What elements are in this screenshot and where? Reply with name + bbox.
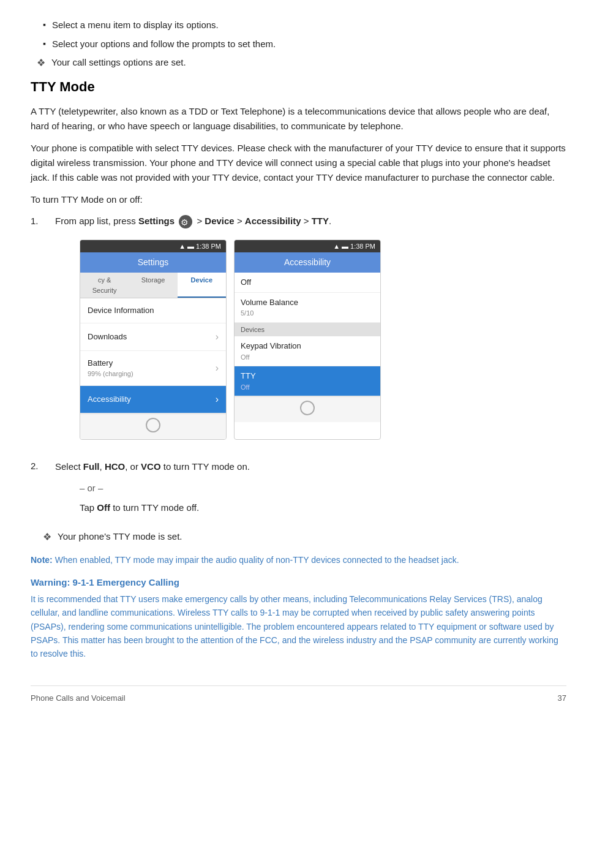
- warning-block: Warning: 9-1-1 Emergency Calling It is r…: [31, 575, 566, 661]
- accessibility-chevron: ›: [216, 392, 219, 407]
- downloads-label: Downloads: [88, 331, 127, 343]
- step-1: 1. From app list, press Settings > Devic…: [31, 214, 566, 451]
- settings-icon: [179, 215, 192, 228]
- keypad-sub: Off: [241, 352, 374, 363]
- left-menu-device-info: Device Information: [80, 298, 226, 323]
- diamond-item-1: ❖ Your call settings options are set.: [31, 56, 566, 70]
- left-home-button[interactable]: [146, 418, 160, 432]
- step-num-1: 1.: [31, 214, 55, 451]
- warning-text: It is recommended that TTY users make em…: [31, 594, 558, 659]
- right-title-bar: Accessibility: [235, 252, 380, 273]
- left-screen-title: Settings: [138, 257, 169, 267]
- step1-tty-bold: TTY: [312, 216, 329, 226]
- tty-para1: A TTY (teletypewriter, also known as a T…: [31, 104, 566, 134]
- tab-cy-security[interactable]: cy & Security: [80, 273, 129, 298]
- left-status-icons: ▲ ▬ 1:38 PM: [179, 241, 221, 252]
- step2-suffix: to turn TTY mode on.: [161, 461, 250, 472]
- page-footer: Phone Calls and Voicemail 37: [31, 685, 566, 704]
- result-diamond-icon: ❖: [43, 530, 51, 545]
- diamond-icon-1: ❖: [37, 56, 45, 70]
- step2-vco: VCO: [141, 461, 161, 472]
- acc-off-label: Off: [241, 277, 251, 287]
- bullet-item-2: ▪ Select your options and follow the pro…: [31, 37, 566, 51]
- left-title-bar: Settings: [80, 252, 226, 273]
- accessibility-label: Accessibility: [88, 393, 131, 406]
- left-menu-battery[interactable]: Battery 99% (charging) ›: [80, 351, 226, 386]
- note-block: Note: When enabled, TTY mode may impair …: [31, 553, 566, 567]
- or-text: – or –: [80, 481, 566, 496]
- step1-gt3: >: [301, 216, 312, 226]
- diamond-text-1: Your call settings options are set.: [51, 56, 186, 70]
- left-menu-accessibility[interactable]: Accessibility ›: [80, 386, 226, 413]
- acc-item-off: Off: [235, 273, 380, 293]
- tty-para2: Your phone is compatible with select TTY…: [31, 141, 566, 185]
- warning-heading: Warning: 9-1-1 Emergency Calling: [31, 575, 566, 590]
- battery-label: Battery: [88, 357, 133, 369]
- tap-prefix: Tap: [80, 502, 97, 513]
- bullet-icon-1: ▪: [43, 18, 46, 31]
- step1-gt2: >: [235, 216, 245, 226]
- tty-sub: Off: [241, 382, 374, 393]
- right-time: 1:38 PM: [350, 241, 375, 252]
- step1-prefix: From app list, press: [55, 216, 138, 226]
- tap-suffix: to turn TTY mode off.: [110, 502, 199, 513]
- step-2: 2. Select Full, HCO, or VCO to turn TTY …: [31, 459, 566, 521]
- tab-device[interactable]: Device: [178, 273, 226, 298]
- acc-item-volume[interactable]: Volume Balance 5/10: [235, 293, 380, 323]
- volume-sub: 5/10: [241, 308, 374, 319]
- bullet-text-2: Select your options and follow the promp…: [52, 37, 276, 51]
- device-info-label: Device Information: [88, 304, 154, 317]
- battery-icon: ▬: [187, 241, 194, 252]
- result-item: ❖ Your phone's TTY mode is set.: [37, 530, 566, 545]
- battery-chevron: ›: [216, 361, 219, 376]
- battery-sub: 99% (charging): [88, 369, 133, 379]
- right-home-bar: [235, 396, 380, 422]
- step2-prefix: Select: [55, 461, 83, 472]
- tap-off: Off: [97, 502, 110, 513]
- right-status-icons: ▲ ▬ 1:38 PM: [333, 241, 375, 252]
- step2-c1: ,: [100, 461, 105, 472]
- signal-icon: ▲: [179, 241, 186, 252]
- step-2-content: Select Full, HCO, or VCO to turn TTY mod…: [55, 459, 566, 521]
- footer-left: Phone Calls and Voicemail: [31, 692, 126, 704]
- tab-storage[interactable]: Storage: [129, 273, 177, 298]
- step2-c2: , or: [125, 461, 141, 472]
- step-list: 1. From app list, press Settings > Devic…: [31, 214, 566, 521]
- battery-info: Battery 99% (charging): [88, 357, 133, 379]
- step2-full: Full: [83, 461, 100, 472]
- left-time: 1:38 PM: [196, 241, 221, 252]
- tty-para3: To turn TTY Mode on or off:: [31, 192, 566, 207]
- keypad-label: Keypad Vibration: [241, 340, 374, 352]
- downloads-chevron: ›: [216, 330, 219, 344]
- right-battery-icon: ▬: [342, 241, 348, 252]
- left-status-bar: ▲ ▬ 1:38 PM: [80, 240, 226, 252]
- step1-mid: >: [197, 216, 205, 226]
- note-label: Note:: [31, 555, 53, 565]
- left-tabs: cy & Security Storage Device: [80, 273, 226, 298]
- step1-settings-bold: Settings: [138, 216, 175, 226]
- tty-label: TTY: [241, 370, 374, 382]
- result-text: Your phone's TTY mode is set.: [58, 530, 182, 544]
- right-signal-icon: ▲: [333, 241, 340, 252]
- footer-page-number: 37: [558, 692, 566, 704]
- step-num-2: 2.: [31, 459, 55, 521]
- note-text: When enabled, TTY mode may impair the au…: [53, 555, 459, 565]
- right-status-bar: ▲ ▬ 1:38 PM: [235, 240, 380, 252]
- tty-heading: TTY Mode: [31, 77, 566, 97]
- right-screen-title: Accessibility: [284, 257, 331, 267]
- phone-screen-left: ▲ ▬ 1:38 PM Settings cy & Security Stora…: [80, 240, 227, 440]
- acc-item-keypad[interactable]: Keypad Vibration Off: [235, 336, 380, 366]
- phone-screen-right: ▲ ▬ 1:38 PM Accessibility Off Volume Bal…: [234, 240, 381, 440]
- acc-devices-header: Devices: [235, 323, 380, 337]
- step1-acc-bold: Accessibility: [245, 216, 301, 226]
- acc-item-tty[interactable]: TTY Off: [235, 366, 380, 396]
- right-home-button[interactable]: [300, 401, 315, 415]
- step-1-content: From app list, press Settings > Device >…: [55, 214, 566, 451]
- step1-period: .: [329, 216, 331, 226]
- bullet-item-1: ▪ Select a menu item to display its opti…: [31, 18, 566, 32]
- left-menu-downloads[interactable]: Downloads ›: [80, 323, 226, 351]
- volume-label: Volume Balance: [241, 296, 374, 309]
- tap-text: Tap Off to turn TTY mode off.: [80, 501, 566, 515]
- screenshots-container: ▲ ▬ 1:38 PM Settings cy & Security Stora…: [80, 240, 566, 440]
- step1-device-bold: Device: [205, 216, 234, 226]
